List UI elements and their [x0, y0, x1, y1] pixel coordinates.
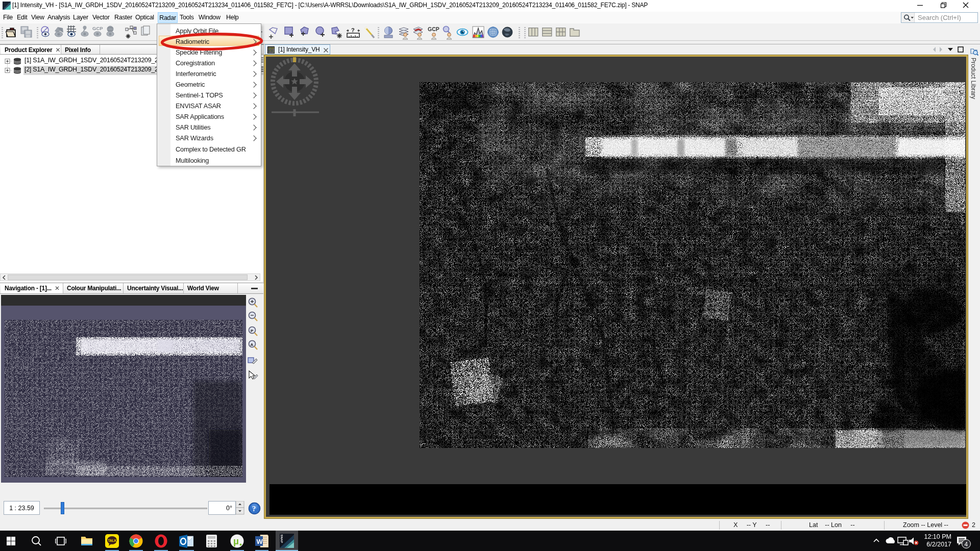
svg-text:A: A: [251, 342, 254, 347]
svg-text:W: W: [257, 538, 263, 545]
svg-text:TALK: TALK: [108, 539, 117, 542]
svg-text:GCP: GCP: [92, 26, 103, 31]
svg-text:µ: µ: [233, 536, 239, 546]
svg-text:SNAP: SNAP: [280, 535, 283, 543]
svg-text:?: ?: [351, 27, 355, 33]
svg-text:4: 4: [965, 541, 968, 548]
svg-text:?: ?: [252, 505, 256, 513]
svg-text:P: P: [251, 329, 254, 333]
svg-text:GCP: GCP: [428, 26, 439, 32]
